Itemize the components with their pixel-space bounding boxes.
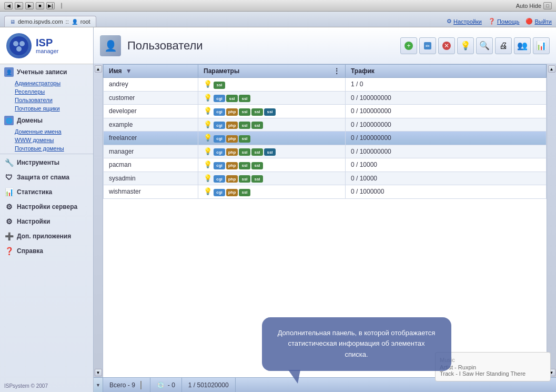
sidebar-section-accounts[interactable]: 👤 Учетные записи — [0, 64, 93, 79]
col-name-header[interactable]: Имя ▼ — [104, 65, 198, 78]
bulb-icon: 💡 — [204, 174, 212, 182]
badge-ssl: ssl — [239, 175, 250, 183]
toolbar-info2-btn[interactable]: 🔍 — [476, 37, 493, 54]
nav-skip-btn[interactable]: ▶| — [46, 2, 55, 9]
resize-handle[interactable] — [140, 381, 141, 389]
sidebar-divider-1 — [0, 154, 93, 154]
badge-ssl2: ssl — [251, 148, 263, 156]
bulb-icon: 💡 — [204, 107, 212, 115]
toolbar-export-btn[interactable]: 📊 — [533, 37, 550, 54]
cell-name: wishmaster — [104, 185, 198, 199]
scroll-down-btn[interactable]: ▼ — [95, 369, 102, 376]
title-bar-controls: ◀ ▶ ▶ ■ ▶| — [4, 2, 66, 9]
status-disk-cell: 💿 - 0 — [150, 378, 182, 392]
scroll-right-up-btn[interactable]: ▲ — [548, 65, 555, 73]
sidebar-item-mailboxes[interactable]: Почтовые ящики — [0, 104, 93, 113]
bulb-icon: 💡 — [204, 160, 212, 168]
badge-ssl2: ssl — [251, 162, 263, 169]
sidebar-item-domain-names[interactable]: Доменные имена — [0, 127, 93, 136]
settings-nav[interactable]: ⚙ Настройки — [447, 18, 482, 25]
badge-cgi: cgi — [214, 175, 225, 183]
copyright: ISPsystem © 2007 — [0, 380, 93, 392]
sidebar-nav-stats[interactable]: 📊 Статистика — [0, 185, 93, 199]
sidebar-nav-extra-apps[interactable]: ➕ Доп. приложения — [0, 229, 93, 244]
badge-php: php — [226, 175, 238, 183]
badge-cgi: cgi — [214, 148, 225, 156]
table-row[interactable]: example💡cgiphpsslssl0 / 100000000 — [104, 118, 547, 132]
table-row[interactable]: wishmaster💡cgiphpssl0 / 1000000 — [104, 185, 547, 199]
col-resize-handle[interactable]: ⋮ — [333, 67, 340, 75]
status-scroll-btn[interactable]: ▼ — [94, 378, 103, 393]
cell-traffic: 1 / 0 — [346, 78, 547, 92]
tab-separator: :: — [66, 18, 69, 25]
logo-subtitle: manager — [36, 48, 58, 54]
sidebar-section-domains[interactable]: 🌐 Домены — [0, 113, 93, 127]
settings-label: Настройки — [17, 218, 50, 225]
sidebar-nav-tools[interactable]: 🔧 Инструменты — [0, 155, 93, 170]
sidebar-nav-server-settings[interactable]: ⚙ Настройки сервера — [0, 199, 93, 214]
sidebar-item-resellers[interactable]: Реселлеры — [0, 87, 93, 96]
cell-params: 💡cgiphpsslsslssl — [198, 145, 346, 158]
table-row[interactable]: freelancer💡cgiphpssl0 / 100000000 — [104, 132, 547, 145]
col-traffic-header[interactable]: Трафик — [346, 65, 547, 78]
sidebar-nav-help[interactable]: ❓ Справка — [0, 244, 93, 258]
toolbar-edit-btn[interactable]: ✏ — [419, 37, 436, 54]
table-row[interactable]: sysadmin💡cgiphpsslssl0 / 10000 — [104, 172, 547, 185]
sidebar-item-www-domains[interactable]: WWW домены — [0, 136, 93, 144]
table-row[interactable]: andrey💡ssl1 / 0 — [104, 78, 547, 92]
accounts-label: Учетные записи — [17, 68, 67, 76]
badge-cgi: cgi — [214, 135, 225, 143]
badge-php: php — [226, 148, 238, 156]
sidebar-nav-settings[interactable]: ⚙ Настройки — [0, 214, 93, 229]
badge-ssl: ssl — [214, 82, 225, 89]
tab-nav: ⚙ Настройки ❓ Помощь 🔴 Выйти — [447, 18, 552, 27]
badge-ssl2: ssl — [251, 108, 263, 116]
toolbar-delete-btn[interactable]: ✕ — [438, 37, 455, 54]
cell-params: 💡cgiphpsslssl — [198, 172, 346, 185]
table-row[interactable]: pacman💡cgiphpsslssl0 / 10000 — [104, 158, 547, 172]
toolbar-info1-btn[interactable]: 💡 — [457, 37, 474, 54]
toolbar-users-btn[interactable]: 👥 — [514, 37, 531, 54]
nav-play-btn[interactable]: ▶ — [25, 2, 34, 9]
help-nav-label[interactable]: Помощь — [497, 18, 520, 25]
nav-forward-btn[interactable]: ▶ — [15, 2, 23, 9]
settings-nav-label[interactable]: Настройки — [453, 18, 482, 25]
logout-nav-icon: 🔴 — [525, 18, 533, 25]
table-row[interactable]: manager💡cgiphpsslsslssl0 / 100000000 — [104, 145, 547, 158]
auto-hide-btn[interactable]: □ — [543, 2, 552, 9]
toolbar-add-btn[interactable]: + — [400, 37, 417, 54]
sidebar-item-admins[interactable]: Администраторы — [0, 79, 93, 87]
sidebar: ISP manager 👤 Учетные записи Администрат… — [0, 27, 94, 392]
settings-icon: ⚙ — [4, 217, 14, 226]
toolbar-print-btn[interactable]: 🖨 — [495, 37, 512, 54]
cell-name: developer — [104, 105, 198, 118]
scroll-up-btn[interactable]: ▲ — [95, 65, 102, 73]
badge-ssl3: ssl — [264, 148, 276, 156]
nav-back-btn[interactable]: ◀ — [4, 2, 13, 9]
badge-ssl: ssl — [239, 162, 250, 169]
cell-params: 💡cgiphpssl — [198, 185, 346, 199]
badge-ssl: ssl — [239, 122, 250, 129]
svg-text:✕: ✕ — [444, 42, 449, 49]
nav-stop-btn[interactable]: ■ — [36, 2, 44, 9]
svg-text:✏: ✏ — [426, 43, 430, 49]
sidebar-nav-spam[interactable]: 🛡 Защита от спама — [0, 170, 93, 185]
tab-server-label: demo.ispvds.com — [18, 18, 63, 25]
sidebar-item-mail-domains[interactable]: Почтовые домены — [0, 144, 93, 153]
status-total-cell: Всего - 9 — [103, 378, 150, 392]
help-nav[interactable]: ❓ Помощь — [488, 18, 520, 25]
main-container: ISP manager 👤 Учетные записи Администрат… — [0, 27, 556, 392]
logout-nav[interactable]: 🔴 Выйти — [525, 18, 552, 25]
sidebar-item-users[interactable]: Пользователи — [0, 96, 93, 104]
logout-nav-label[interactable]: Выйти — [534, 18, 552, 25]
cell-params: 💡cgisslssl — [198, 91, 346, 105]
main-tab[interactable]: 🖥 demo.ispvds.com :: 👤 root — [4, 16, 96, 27]
table-row[interactable]: customer💡cgisslssl0 / 100000000 — [104, 91, 547, 105]
svg-point-3 — [16, 46, 22, 52]
tools-icon: 🔧 — [4, 158, 14, 167]
badge-cgi: cgi — [214, 162, 225, 169]
badge-cgi: cgi — [214, 189, 225, 196]
toolbar: + ✏ ✕ 💡 🔍 🖨 👥 — [400, 37, 550, 54]
table-row[interactable]: developer💡cgiphpsslsslssl0 / 100000000 — [104, 105, 547, 118]
col-params-header[interactable]: Параметры ⋮ — [198, 65, 346, 78]
